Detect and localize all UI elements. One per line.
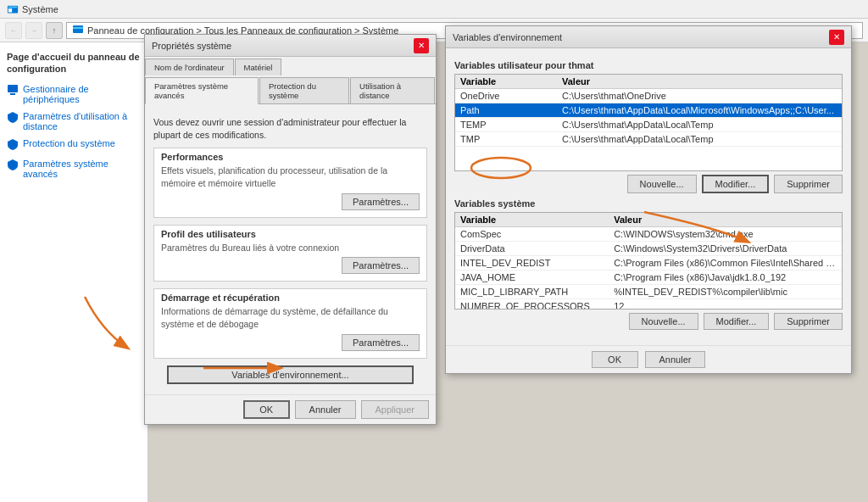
advanced-label: Paramètres système avancés: [23, 159, 141, 179]
back-button[interactable]: ←: [5, 22, 22, 39]
breadcrumb-icon: [72, 24, 84, 37]
sys-vars-table: Variable Valeur ComSpecC:\WINDOWS\system…: [455, 213, 842, 310]
performances-desc: Effets visuels, planification du process…: [161, 165, 420, 189]
user-col-val: Valeur: [557, 75, 842, 89]
sidebar-item-devices[interactable]: Gestionnaire de périphériques: [7, 84, 141, 104]
svg-rect-4: [73, 27, 83, 29]
user-vars-row[interactable]: PathC:\Users\thmat\AppData\Local\Microso…: [455, 103, 842, 118]
props-cancel-button[interactable]: Annuler: [295, 400, 356, 419]
tab-protection[interactable]: Protection du système: [259, 77, 349, 103]
up-button[interactable]: ↑: [46, 22, 63, 39]
user-var-value: C:\Users\thmat\AppData\Local\Microsoft\W…: [557, 103, 842, 118]
performances-label: Performances: [161, 152, 420, 162]
sys-col-var: Variable: [455, 213, 609, 227]
performances-params-button[interactable]: Paramètres...: [342, 193, 420, 210]
props-tab-bar: Nom de l'ordinateur Matériel: [145, 57, 436, 76]
sys-var-value: %INTEL_DEV_REDIST%\compiler\lib\mic: [609, 285, 842, 299]
svg-rect-3: [73, 25, 83, 33]
tab-remote[interactable]: Utilisation à distance: [350, 77, 435, 103]
devices-label: Gestionnaire de périphériques: [23, 84, 141, 104]
sidebar: Page d'accueil du panneau de configurati…: [0, 42, 148, 502]
sidebar-item-advanced[interactable]: Paramètres système avancés: [7, 159, 141, 179]
props-apply-button[interactable]: Appliquer: [361, 400, 429, 419]
sys-vars-table-container[interactable]: Variable Valeur ComSpecC:\WINDOWS\system…: [454, 212, 843, 310]
devices-icon: [7, 84, 19, 98]
tab-computer[interactable]: Nom de l'ordinateur: [145, 59, 234, 75]
env-dialog: Variables d'environnement ✕ Variables ut…: [445, 25, 852, 374]
sidebar-title: Page d'accueil du panneau de configurati…: [7, 51, 141, 75]
sys-vars-row[interactable]: MIC_LD_LIBRARY_PATH%INTEL_DEV_REDIST%\co…: [455, 285, 842, 299]
sys-vars-row[interactable]: JAVA_HOMEC:\Program Files (x86)\Java\jdk…: [455, 271, 842, 285]
user-vars-row[interactable]: TMPC:\Users\thmat\AppData\Local\Temp: [455, 132, 842, 147]
sys-var-value: C:\Program Files (x86)\Java\jdk1.8.0_192: [609, 271, 842, 285]
forward-button[interactable]: →: [25, 22, 42, 39]
user-vars-title: Variables utilisateur pour thmat: [454, 60, 843, 70]
user-delete-button[interactable]: Supprimer: [774, 175, 843, 193]
profiles-desc: Paramètres du Bureau liés à votre connex…: [161, 242, 420, 254]
props-ok-button[interactable]: OK: [243, 400, 290, 419]
sys-var-value: 12: [609, 299, 842, 310]
advanced-shield-icon: [7, 159, 19, 172]
props-content: Vous devez ouvrir une session d'administ…: [145, 104, 436, 394]
user-var-value: C:\Users\thmat\OneDrive: [557, 89, 842, 103]
warning-text: Vous devez ouvrir une session d'administ…: [153, 116, 427, 141]
user-var-name: TEMP: [455, 118, 557, 132]
sys-new-button[interactable]: Nouvelle...: [629, 313, 698, 330]
protection-label: Protection du système: [23, 138, 115, 148]
sys-col-val: Valeur: [609, 213, 842, 227]
user-var-name: TMP: [455, 132, 557, 147]
profiles-section: Profil des utilisateurs Paramètres du Bu…: [153, 225, 427, 282]
svg-rect-2: [8, 8, 12, 12]
props-close-button[interactable]: ✕: [414, 38, 429, 53]
remote-shield-icon: [7, 111, 19, 125]
performances-section: Performances Effets visuels, planificati…: [153, 148, 427, 217]
sidebar-item-protection[interactable]: Protection du système: [7, 138, 141, 152]
user-edit-button[interactable]: Modifier...: [702, 175, 770, 193]
startup-section: Démarrage et récupération Informations d…: [153, 288, 427, 358]
env-title: Variables d'environnement: [453, 32, 562, 42]
props-dialog: Propriétés système ✕ Nom de l'ordinateur…: [144, 34, 437, 425]
props-tab-bar-2: Paramètres système avancés Protection du…: [145, 75, 436, 104]
sys-var-name: NUMBER_OF_PROCESSORS: [455, 299, 609, 310]
user-var-name: Path: [455, 103, 557, 118]
startup-params-button[interactable]: Paramètres...: [342, 334, 420, 351]
user-vars-table-container[interactable]: Variable Valeur OneDriveC:\Users\thmat\O…: [454, 74, 843, 171]
env-cancel-button[interactable]: Annuler: [645, 351, 706, 368]
profiles-params-button[interactable]: Paramètres...: [342, 257, 420, 274]
user-var-value: C:\Users\thmat\AppData\Local\Temp: [557, 118, 842, 132]
title-bar: Système: [0, 0, 868, 19]
sys-delete-button[interactable]: Supprimer: [774, 313, 843, 330]
window-title: Système: [22, 4, 58, 14]
sys-edit-button[interactable]: Modifier...: [704, 313, 770, 330]
user-vars-row[interactable]: TEMPC:\Users\thmat\AppData\Local\Temp: [455, 118, 842, 132]
sys-vars-row[interactable]: INTEL_DEV_REDISTC:\Program Files (x86)\C…: [455, 256, 842, 271]
svg-rect-1: [8, 6, 18, 8]
user-vars-table: Variable Valeur OneDriveC:\Users\thmat\O…: [455, 75, 842, 147]
sys-vars-buttons: Nouvelle... Modifier... Supprimer: [454, 313, 843, 330]
env-ok-button[interactable]: OK: [592, 351, 638, 368]
user-new-button[interactable]: Nouvelle...: [627, 175, 697, 193]
user-vars-row[interactable]: OneDriveC:\Users\thmat\OneDrive: [455, 89, 842, 103]
sys-var-value: C:\Windows\System32\Drivers\DriverData: [609, 242, 842, 256]
user-col-var: Variable: [455, 75, 557, 89]
user-var-value: C:\Users\thmat\AppData\Local\Temp: [557, 132, 842, 147]
svg-rect-5: [8, 85, 18, 92]
svg-rect-6: [10, 93, 15, 95]
sys-vars-row[interactable]: ComSpecC:\WINDOWS\system32\cmd.exe: [455, 227, 842, 242]
sys-vars-row[interactable]: DriverDataC:\Windows\System32\Drivers\Dr…: [455, 242, 842, 256]
sys-var-name: MIC_LD_LIBRARY_PATH: [455, 285, 609, 299]
env-bottom-buttons: OK Annuler: [446, 345, 851, 373]
sidebar-item-remote[interactable]: Paramètres d'utilisation à distance: [7, 111, 141, 131]
sys-var-name: DriverData: [455, 242, 609, 256]
sys-var-value: C:\WINDOWS\system32\cmd.exe: [609, 227, 842, 242]
env-variables-button[interactable]: Variables d'environnement...: [167, 365, 414, 384]
sys-vars-row[interactable]: NUMBER_OF_PROCESSORS12: [455, 299, 842, 310]
sys-var-name: JAVA_HOME: [455, 271, 609, 285]
tab-advanced[interactable]: Paramètres système avancés: [145, 77, 259, 104]
window-icon: [7, 3, 19, 15]
user-var-name: OneDrive: [455, 89, 557, 103]
tab-hardware[interactable]: Matériel: [235, 59, 282, 75]
env-close-button[interactable]: ✕: [829, 30, 844, 45]
protection-shield-icon: [7, 138, 19, 152]
profiles-label: Profil des utilisateurs: [161, 229, 420, 239]
